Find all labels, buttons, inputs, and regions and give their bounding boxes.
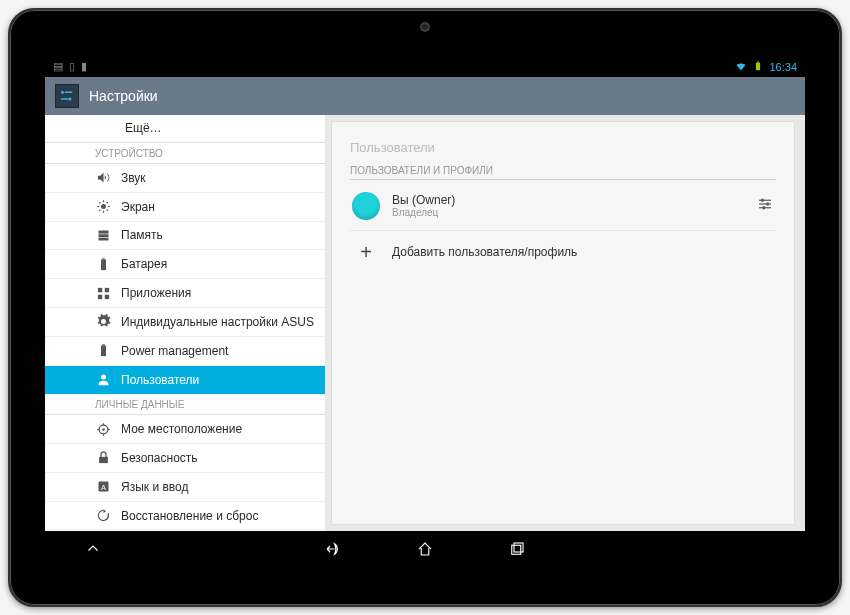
status-left: ▤ ▯ ▮ (53, 60, 87, 73)
front-camera (420, 22, 430, 32)
svg-point-2 (61, 90, 64, 93)
user-role: Владелец (392, 207, 744, 218)
svg-rect-15 (98, 230, 108, 233)
detail-pane: Пользователи ПОЛЬЗОВАТЕЛИ И ПРОФИЛИ Вы (… (331, 121, 795, 525)
storage-icon (95, 227, 111, 243)
battery-icon (95, 256, 111, 272)
navigation-bar (45, 531, 805, 567)
settings-app-icon (55, 84, 79, 108)
sidebar-item-label: Батарея (121, 257, 167, 271)
svg-rect-17 (98, 238, 108, 241)
gear-icon (95, 314, 111, 330)
detail-section-header: ПОЛЬЗОВАТЕЛИ И ПРОФИЛИ (350, 165, 776, 180)
svg-rect-41 (763, 206, 765, 209)
svg-rect-23 (104, 294, 108, 298)
sidebar-item-label: Экран (121, 200, 155, 214)
sidebar-item-asus[interactable]: Индивидуальные настройки ASUS (45, 308, 325, 337)
svg-rect-16 (98, 234, 108, 237)
back-button[interactable] (322, 538, 344, 560)
svg-rect-1 (758, 61, 760, 62)
plus-icon: + (352, 241, 380, 264)
backup-icon (95, 508, 111, 524)
svg-rect-40 (767, 202, 769, 205)
sidebar-item-label: Приложения (121, 286, 191, 300)
status-bar: ▤ ▯ ▮ 16:34 (45, 57, 805, 77)
svg-rect-3 (65, 91, 73, 93)
sound-icon (95, 170, 111, 186)
sidebar-item-label: Power management (121, 344, 228, 358)
power-icon (95, 343, 111, 359)
status-right: 16:34 (735, 60, 797, 74)
detail-title: Пользователи (350, 134, 776, 165)
sidebar-item-language[interactable]: A Язык и ввод (45, 473, 325, 502)
more-label: Ещё… (125, 121, 162, 135)
action-bar: Настройки (45, 77, 805, 115)
svg-rect-20 (97, 288, 101, 292)
sidebar-item-label: Язык и ввод (121, 480, 188, 494)
sidebar-item-users[interactable]: Пользователи (45, 366, 325, 395)
sidebar-section-device: УСТРОЙСТВО (45, 143, 325, 164)
sidebar-item-label: Пользователи (121, 373, 199, 387)
notification-icon-2: ▮ (81, 60, 87, 73)
sidebar-item-storage[interactable]: Память (45, 222, 325, 251)
add-user-label: Добавить пользователя/профиль (392, 245, 577, 259)
tablet-frame: ▤ ▯ ▮ 16:34 Настройки (8, 8, 842, 607)
add-user-row[interactable]: + Добавить пользователя/профиль (350, 231, 776, 274)
screen: ▤ ▯ ▮ 16:34 Настройки (45, 57, 805, 567)
sidebar-item-more[interactable]: Ещё… (45, 115, 325, 144)
sidebar-item-location[interactable]: Мое местоположение (45, 415, 325, 444)
sidebar-item-label: Безопасность (121, 451, 198, 465)
wifi-icon (735, 60, 747, 74)
detail-pad: Пользователи ПОЛЬЗОВАТЕЛИ И ПРОФИЛИ Вы (… (332, 122, 794, 274)
svg-point-28 (102, 428, 105, 431)
sidebar-item-label: Память (121, 228, 163, 242)
settings-sidebar: Ещё… УСТРОЙСТВО Звук Экран Память Б (45, 115, 325, 531)
lock-icon (95, 450, 111, 466)
svg-line-14 (106, 202, 107, 203)
svg-rect-18 (101, 259, 106, 270)
sidebar-item-sound[interactable]: Звук (45, 164, 325, 193)
apps-icon (95, 285, 111, 301)
sidebar-item-battery[interactable]: Батарея (45, 250, 325, 279)
svg-rect-24 (101, 346, 106, 357)
sidebar-item-display[interactable]: Экран (45, 193, 325, 222)
sidebar-item-label: Восстановление и сброс (121, 509, 258, 523)
svg-rect-25 (102, 345, 105, 346)
menu-button[interactable] (82, 538, 104, 560)
user-name: Вы (Owner) (392, 193, 744, 207)
sidebar-item-apps[interactable]: Приложения (45, 279, 325, 308)
svg-rect-19 (102, 258, 105, 259)
language-icon: A (95, 479, 111, 495)
svg-line-13 (99, 210, 100, 211)
svg-rect-33 (99, 457, 108, 463)
sidebar-section-personal: ЛИЧНЫЕ ДАННЫЕ (45, 395, 325, 416)
content-area: Ещё… УСТРОЙСТВО Звук Экран Память Б (45, 115, 805, 531)
sidebar-item-backup[interactable]: Восстановление и сброс (45, 502, 325, 531)
clock: 16:34 (769, 61, 797, 73)
svg-line-12 (106, 210, 107, 211)
svg-rect-5 (61, 98, 69, 100)
location-icon (95, 421, 111, 437)
home-button[interactable] (414, 538, 436, 560)
svg-rect-0 (756, 62, 760, 69)
action-bar-title: Настройки (89, 88, 158, 104)
sdcard-icon: ▤ (53, 60, 63, 73)
svg-text:A: A (100, 483, 105, 492)
svg-line-11 (99, 202, 100, 203)
svg-rect-39 (761, 198, 763, 201)
sidebar-item-power[interactable]: Power management (45, 337, 325, 366)
users-icon (95, 372, 111, 388)
sliders-icon[interactable] (756, 195, 774, 217)
notification-icon: ▯ (69, 60, 75, 73)
svg-rect-42 (512, 545, 521, 554)
sidebar-item-label: Мое местоположение (121, 422, 242, 436)
sidebar-item-security[interactable]: Безопасность (45, 444, 325, 473)
svg-point-6 (101, 204, 106, 209)
user-row-owner[interactable]: Вы (Owner) Владелец (350, 182, 776, 231)
recents-button[interactable] (506, 538, 528, 560)
avatar (352, 192, 380, 220)
svg-rect-43 (514, 543, 523, 552)
svg-rect-22 (97, 294, 101, 298)
display-icon (95, 199, 111, 215)
sidebar-item-label: Звук (121, 171, 146, 185)
